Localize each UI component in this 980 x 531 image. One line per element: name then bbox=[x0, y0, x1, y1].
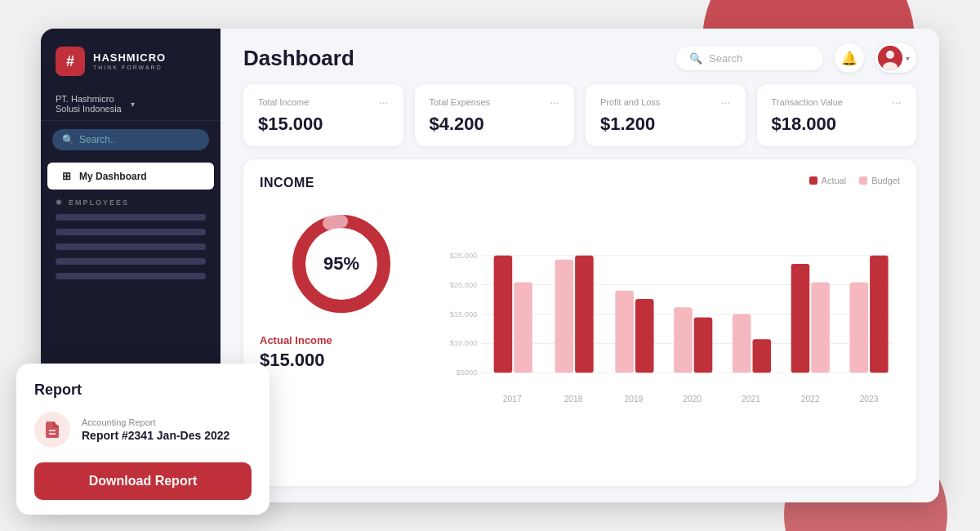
report-item: Accounting Report Report #2341 Jan-Des 2… bbox=[34, 412, 252, 448]
dashboard-icon: ⊞ bbox=[62, 170, 71, 182]
menu-bar-4 bbox=[56, 258, 206, 265]
svg-text:2019: 2019 bbox=[624, 395, 643, 404]
stat-cards: Total Income ··· $15.000 Total Expenses … bbox=[220, 84, 939, 159]
stat-card-income-label: Total Income bbox=[258, 97, 309, 107]
svg-point-1 bbox=[886, 51, 894, 59]
brand-name: HASHMICRO bbox=[93, 52, 166, 63]
company-selector[interactable]: PT. Hashmicro Solusi Indonesia ▾ bbox=[41, 87, 220, 121]
search-icon: 🔍 bbox=[62, 134, 74, 145]
stat-card-expenses: Total Expenses ··· $4.200 bbox=[415, 84, 575, 146]
stat-card-expenses-value: $4.200 bbox=[430, 114, 560, 135]
svg-text:2021: 2021 bbox=[742, 395, 760, 404]
svg-text:2017: 2017 bbox=[503, 395, 522, 404]
notification-button[interactable]: 🔔 bbox=[835, 43, 864, 73]
header-search[interactable]: 🔍 bbox=[676, 47, 823, 70]
actual-color-dot bbox=[809, 176, 817, 185]
header-right: 🔍 🔔 ▾ bbox=[676, 43, 916, 73]
avatar-chevron-icon: ▾ bbox=[906, 54, 910, 63]
svg-text:2020: 2020 bbox=[683, 395, 702, 404]
stat-card-transaction: Transaction Value ··· $18.000 bbox=[757, 84, 917, 146]
svg-rect-32 bbox=[811, 283, 830, 373]
svg-text:2018: 2018 bbox=[564, 395, 583, 404]
brand-tagline: THINK FORWARD bbox=[93, 65, 166, 70]
search-input[interactable] bbox=[709, 52, 810, 65]
svg-text:$10.000: $10.000 bbox=[450, 339, 477, 347]
donut-center: 95% bbox=[323, 253, 359, 274]
report-popup-title: Report bbox=[34, 382, 252, 399]
svg-text:$15.000: $15.000 bbox=[450, 310, 477, 319]
stat-card-profit-value: $1.200 bbox=[600, 114, 731, 135]
svg-rect-16 bbox=[494, 256, 513, 373]
svg-text:2023: 2023 bbox=[860, 395, 879, 404]
logo-text: HASHMICRO THINK FORWARD bbox=[93, 52, 166, 70]
income-title: INCOME bbox=[260, 176, 314, 190]
svg-rect-22 bbox=[615, 291, 634, 373]
logo-icon: # bbox=[56, 47, 85, 76]
menu-bar-2 bbox=[56, 229, 206, 235]
bar-chart: $25.000 $20.000 $15.000 $10.000 $5000 20… bbox=[439, 192, 900, 470]
stat-card-income-header: Total Income ··· bbox=[258, 96, 389, 109]
stat-card-profit-label: Profit and Loss bbox=[600, 97, 660, 107]
svg-rect-28 bbox=[733, 314, 751, 373]
svg-rect-25 bbox=[674, 307, 693, 373]
stat-card-profit-header: Profit and Loss ··· bbox=[600, 96, 731, 109]
svg-rect-17 bbox=[514, 283, 532, 373]
donut-chart: 95% bbox=[284, 207, 399, 321]
income-right: Actual Budget $25.000 bbox=[439, 176, 900, 470]
svg-rect-19 bbox=[555, 260, 574, 373]
svg-rect-31 bbox=[791, 264, 810, 373]
svg-text:$5000: $5000 bbox=[457, 368, 478, 377]
user-avatar-button[interactable]: ▾ bbox=[875, 43, 916, 73]
legend-actual: Actual bbox=[809, 176, 847, 185]
stat-card-transaction-label: Transaction Value bbox=[772, 97, 843, 107]
svg-text:$20.000: $20.000 bbox=[450, 281, 477, 289]
menu-bar-5 bbox=[56, 273, 206, 279]
sidebar-logo: # HASHMICRO THINK FORWARD bbox=[41, 29, 220, 87]
legend-budget: Budget bbox=[859, 176, 900, 185]
legend-actual-label: Actual bbox=[822, 176, 847, 185]
stat-card-transaction-header: Transaction Value ··· bbox=[772, 96, 902, 109]
stat-card-expenses-label: Total Expenses bbox=[430, 97, 491, 107]
report-popup: Report Accounting Report Report #2341 Ja… bbox=[16, 364, 270, 515]
main-content: Dashboard 🔍 🔔 ▾ bbox=[220, 29, 939, 502]
sidebar-section-employees: ❋ EMPLOYEES bbox=[41, 190, 220, 210]
report-info: Accounting Report Report #2341 Jan-Des 2… bbox=[82, 417, 229, 442]
page-title: Dashboard bbox=[243, 46, 354, 71]
company-name: PT. Hashmicro Solusi Indonesia bbox=[56, 94, 131, 114]
avatar bbox=[878, 46, 902, 70]
section-label: EMPLOYEES bbox=[69, 199, 129, 207]
search-icon: 🔍 bbox=[689, 52, 702, 65]
sidebar-search-input[interactable] bbox=[79, 134, 199, 145]
stat-card-transaction-value: $18.000 bbox=[772, 114, 902, 135]
donut-percent: 95% bbox=[323, 253, 359, 274]
svg-rect-34 bbox=[849, 283, 868, 373]
download-report-button[interactable]: Download Report bbox=[34, 462, 252, 500]
menu-bar-1 bbox=[56, 214, 206, 221]
stat-card-income-value: $15.000 bbox=[258, 114, 389, 135]
svg-text:$25.000: $25.000 bbox=[450, 252, 477, 260]
svg-rect-35 bbox=[870, 256, 889, 373]
header: Dashboard 🔍 🔔 ▾ bbox=[220, 29, 939, 84]
chevron-down-icon: ▾ bbox=[131, 100, 206, 109]
menu-bar-3 bbox=[56, 243, 206, 250]
stat-card-transaction-menu[interactable]: ··· bbox=[892, 96, 902, 109]
svg-rect-23 bbox=[635, 299, 654, 373]
svg-rect-29 bbox=[753, 339, 772, 373]
report-name: Report #2341 Jan-Des 2022 bbox=[82, 429, 229, 442]
budget-color-dot bbox=[859, 176, 867, 185]
stat-card-income-menu[interactable]: ··· bbox=[379, 96, 389, 109]
stat-card-profit-menu[interactable]: ··· bbox=[721, 96, 731, 109]
svg-rect-20 bbox=[575, 256, 594, 373]
chart-legend: Actual Budget bbox=[439, 176, 900, 185]
sidebar-search[interactable]: 🔍 bbox=[52, 129, 209, 150]
income-left: INCOME 95% Actual Income $15.000 bbox=[260, 176, 423, 470]
legend-budget-label: Budget bbox=[871, 176, 900, 185]
stat-card-expenses-menu[interactable]: ··· bbox=[550, 96, 559, 109]
svg-text:2022: 2022 bbox=[801, 395, 820, 404]
stat-card-income: Total Income ··· $15.000 bbox=[243, 84, 403, 146]
employees-icon: ❋ bbox=[56, 199, 64, 207]
income-actual-value: $15.000 bbox=[260, 350, 325, 371]
sidebar-item-dashboard[interactable]: ⊞ My Dashboard bbox=[47, 163, 214, 190]
stat-card-profit: Profit and Loss ··· $1.200 bbox=[586, 84, 746, 146]
stat-card-expenses-header: Total Expenses ··· bbox=[430, 96, 560, 109]
